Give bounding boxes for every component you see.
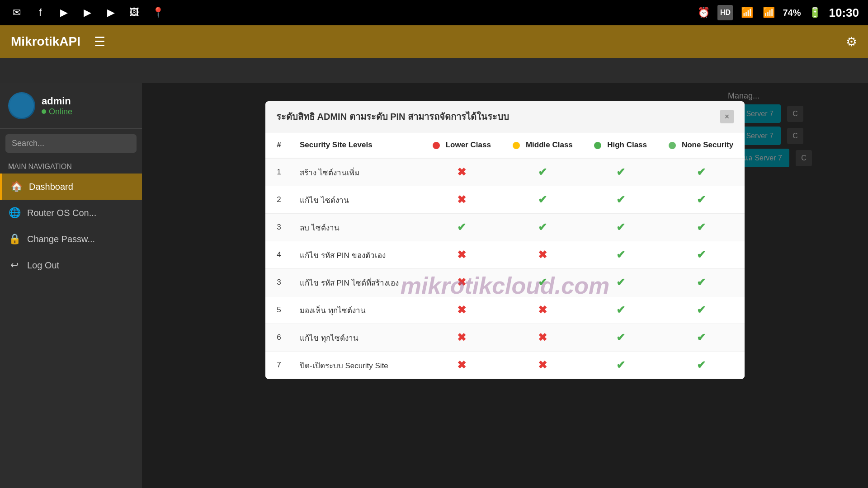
close-button[interactable]: × xyxy=(720,110,734,123)
middle-class-label: Middle Class xyxy=(526,141,573,149)
table-row: 7 ปิด-เปิดระบบ Security Site ✖ ✖ ✔ ✔ xyxy=(265,352,745,379)
cross-icon: ✖ xyxy=(457,359,466,371)
check-icon: ✔ xyxy=(616,166,625,178)
col-none-security: None Security xyxy=(657,132,745,158)
cross-icon: ✖ xyxy=(457,331,466,343)
alarm-icon: ⏰ xyxy=(696,5,711,20)
battery-text: 74% xyxy=(783,8,801,18)
row-lower: ✖ xyxy=(422,241,502,269)
status-bar-right: ⏰ HD 📶 📶 74% 🔋 10:30 xyxy=(696,5,859,20)
cross-icon: ✖ xyxy=(538,331,547,343)
table-row: 1 สร้าง ไซต์งานเพิ่ม ✖ ✔ ✔ ✔ xyxy=(265,158,745,186)
check-icon: ✔ xyxy=(697,359,706,371)
row-high: ✔ xyxy=(584,296,657,324)
sidebar-item-change-password[interactable]: 🔒 Change Passw... xyxy=(0,226,142,252)
user-status: Online xyxy=(42,107,72,117)
sidebar-user-section: admin Online xyxy=(0,83,142,129)
cross-icon: ✖ xyxy=(457,166,466,178)
check-icon: ✔ xyxy=(538,276,547,288)
status-bar-left: ✉ f ▶ ▶ ▶ 🖼 📍 xyxy=(9,5,165,20)
row-lower: ✔ xyxy=(422,214,502,241)
row-none: ✔ xyxy=(657,241,745,269)
youtube-icon: ▶ xyxy=(56,5,71,20)
username-label: admin xyxy=(42,95,72,107)
row-label: แก้ไข รหัส PIN ของตัวเอง xyxy=(292,241,422,269)
row-label: แก้ไข รหัส PIN ไซต์ที่สร้างเอง xyxy=(292,269,422,296)
modal-body: # Security Site Levels Lower Class Middl… xyxy=(265,132,745,379)
sidebar-item-dashboard[interactable]: 🏠 Dashboard xyxy=(0,174,142,200)
top-bar: MikrotikAPI ☰ ⚙ xyxy=(0,25,868,58)
modal-title: ระดับสิทธิ ADMIN ตามระดับ PIN สามารถจัดก… xyxy=(276,109,509,124)
row-lower: ✖ xyxy=(422,296,502,324)
row-middle: ✖ xyxy=(502,241,584,269)
row-label: แก้ไข ไซต์งาน xyxy=(292,186,422,214)
cross-icon: ✖ xyxy=(538,249,547,261)
check-icon: ✔ xyxy=(616,276,625,288)
row-none: ✔ xyxy=(657,296,745,324)
row-lower: ✖ xyxy=(422,186,502,214)
row-id: 3 xyxy=(265,214,292,241)
facebook-icon: f xyxy=(33,5,48,20)
col-security-site-levels: Security Site Levels xyxy=(292,132,422,158)
col-hash: # xyxy=(265,132,292,158)
table-row: 5 มองเห็น ทุกไซต์งาน ✖ ✖ ✔ ✔ xyxy=(265,296,745,324)
cross-icon: ✖ xyxy=(457,193,466,206)
cross-icon: ✖ xyxy=(538,359,547,371)
check-icon: ✔ xyxy=(538,166,547,178)
row-none: ✔ xyxy=(657,186,745,214)
row-high: ✔ xyxy=(584,269,657,296)
row-none: ✔ xyxy=(657,352,745,379)
check-icon: ✔ xyxy=(616,221,625,233)
lower-class-label: Lower Class xyxy=(446,141,491,149)
table-row: 4 แก้ไข รหัส PIN ของตัวเอง ✖ ✖ ✔ ✔ xyxy=(265,241,745,269)
check-icon: ✔ xyxy=(616,249,625,261)
hd-icon: HD xyxy=(717,5,733,20)
check-icon: ✔ xyxy=(457,221,466,233)
table-row: 2 แก้ไข ไซต์งาน ✖ ✔ ✔ ✔ xyxy=(265,186,745,214)
row-middle: ✔ xyxy=(502,269,584,296)
sidebar-item-label: Dashboard xyxy=(29,182,73,192)
signal-icon: 📶 xyxy=(761,5,776,20)
row-high: ✔ xyxy=(584,186,657,214)
row-id: 2 xyxy=(265,186,292,214)
modal-dialog: ระดับสิทธิ ADMIN ตามระดับ PIN สามารถจัดก… xyxy=(265,101,745,379)
table-row: 3 ลบ ไซต์งาน ✔ ✔ ✔ ✔ xyxy=(265,214,745,241)
check-icon: ✔ xyxy=(697,276,706,288)
check-icon: ✔ xyxy=(538,221,547,233)
row-high: ✔ xyxy=(584,214,657,241)
nav-section-title: MAIN NAVIGATION xyxy=(0,158,142,174)
sidebar-item-router-os[interactable]: 🌐 Router OS Con... xyxy=(0,200,142,226)
wifi-icon: 📶 xyxy=(739,5,755,20)
row-label: สร้าง ไซต์งานเพิ่ม xyxy=(292,158,422,186)
check-icon: ✔ xyxy=(538,193,547,206)
row-lower: ✖ xyxy=(422,158,502,186)
menu-icon[interactable]: ☰ xyxy=(94,34,105,49)
row-high: ✔ xyxy=(584,241,657,269)
gear-icon[interactable]: ⚙ xyxy=(846,34,857,49)
status-bar: ✉ f ▶ ▶ ▶ 🖼 📍 ⏰ HD 📶 📶 74% 🔋 10:30 xyxy=(0,0,868,25)
status-label: Online xyxy=(49,107,72,117)
row-lower: ✖ xyxy=(422,352,502,379)
search-input[interactable]: Search... xyxy=(5,134,137,153)
image-icon: 🖼 xyxy=(127,5,142,20)
col-lower-class: Lower Class xyxy=(422,132,502,158)
row-label: มองเห็น ทุกไซต์งาน xyxy=(292,296,422,324)
sidebar: admin Online Search... MAIN NAVIGATION 🏠… xyxy=(0,83,142,488)
avatar xyxy=(8,92,35,119)
row-lower: ✖ xyxy=(422,324,502,352)
main-content: Manag... แล Server 7 C แล Server 7 C ผู้… xyxy=(142,83,868,488)
high-class-dot xyxy=(594,142,601,149)
cross-icon: ✖ xyxy=(538,304,547,316)
cross-icon: ✖ xyxy=(457,304,466,316)
row-id: 4 xyxy=(265,241,292,269)
youtube3-icon: ▶ xyxy=(103,5,118,20)
row-middle: ✖ xyxy=(502,296,584,324)
permissions-table: # Security Site Levels Lower Class Middl… xyxy=(265,132,745,379)
row-middle: ✔ xyxy=(502,158,584,186)
high-class-label: High Class xyxy=(607,141,647,149)
app-background: MikrotikAPI ☰ ⚙ admin Online Search... M… xyxy=(0,25,868,488)
check-icon: ✔ xyxy=(697,249,706,261)
row-label: ปิด-เปิดระบบ Security Site xyxy=(292,352,422,379)
sidebar-item-logout[interactable]: ↩ Log Out xyxy=(0,252,142,278)
check-icon: ✔ xyxy=(616,193,625,206)
